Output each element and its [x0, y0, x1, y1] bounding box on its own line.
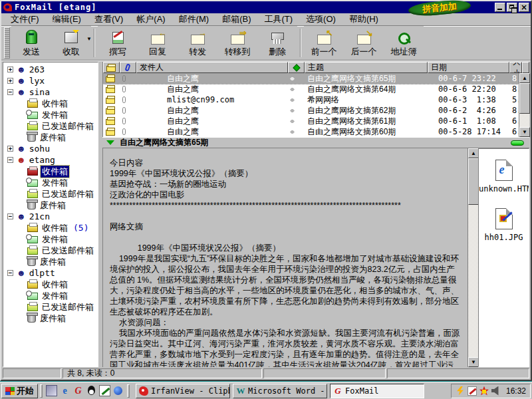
sidebar-item-收件箱[interactable]: 收件箱 [3, 279, 98, 290]
toolbar-move-to-button[interactable]: 转移到 [217, 26, 257, 60]
menu-item[interactable]: 文件(F) [4, 13, 46, 26]
sidebar-item-发件箱[interactable]: 发件箱 [3, 109, 98, 120]
menu-item[interactable]: 邮箱(B) [215, 13, 257, 26]
sidebar-account-lyx[interactable]: +☻lyx [3, 75, 98, 86]
menu-item[interactable]: 工具(T) [257, 13, 299, 26]
mail-row[interactable]: 自由之鹰自由之鹰网络文摘第61期00-6-1 1:086. [103, 116, 519, 126]
compose-ql-icon[interactable] [99, 385, 110, 396]
sidebar-item-废件箱[interactable]: 废件箱 [3, 313, 98, 324]
scroll-thumb[interactable] [519, 83, 530, 114]
sidebar-account-etang[interactable]: −☻etang [3, 154, 98, 166]
scroll-up-button[interactable]: ▲ [519, 73, 530, 83]
tree-expander[interactable]: − [7, 270, 13, 276]
minimize-button[interactable] [495, 3, 505, 12]
scroll-track[interactable] [468, 205, 478, 357]
toolbar-compose-button[interactable]: 撰写 [98, 26, 138, 60]
scroll-down-button[interactable]: ▼ [519, 127, 530, 137]
scroll-up-button[interactable]: ▲ [468, 148, 479, 158]
mail-row[interactable]: 自由之鹰自由之鹰网络文摘第60期00-5-28 17:146. [103, 126, 519, 137]
toolbar-receive-button[interactable]: 收取▼ [51, 26, 91, 60]
sidebar-account-21cn[interactable]: −☻21cn [3, 211, 98, 222]
attachment-cell [120, 96, 136, 103]
sidebar-item-收件箱[interactable]: 收件箱 [3, 166, 98, 177]
column-header-attachment[interactable] [120, 62, 136, 73]
ime-pen-icon[interactable] [467, 386, 477, 396]
column-header-size[interactable]: 大小 [509, 62, 522, 73]
sidebar-item-废件箱[interactable]: 废件箱 [3, 132, 98, 143]
ime-star-icon[interactable] [479, 386, 489, 396]
toolbar-reply-button[interactable]: 回复 [138, 26, 178, 60]
task-button-foxmail[interactable]: GFoxMail [330, 384, 424, 398]
toolbar-previous-button[interactable]: 前一个 [304, 26, 344, 60]
launcher-icon[interactable] [46, 385, 57, 396]
restore-button[interactable] [507, 3, 517, 12]
collapse-pill-button[interactable] [511, 140, 524, 146]
sidebar-item-发件箱[interactable]: 发件箱 [3, 233, 98, 245]
menu-item[interactable]: 帐户(A) [130, 13, 172, 26]
speaker-icon[interactable] [491, 386, 501, 396]
task-button-microsoft[interactable]: WMicrosoft Word - ... [233, 384, 327, 398]
sidebar-item-已发送邮件箱[interactable]: 已发送邮件箱 [3, 245, 98, 256]
toolbar-next-button[interactable]: 后一个 [344, 26, 384, 60]
toolbar-address-book-button[interactable]: 地址簿 [384, 26, 424, 60]
sidebar-item-发件箱[interactable]: 发件箱 [3, 290, 98, 301]
toolbar-forward-button[interactable]: 转发 [178, 26, 217, 60]
toolbar-delete-button[interactable]: 删除 [257, 26, 297, 60]
taskbar-grip[interactable] [127, 384, 130, 398]
mail-row[interactable]: 自由之鹰自由之鹰网络文摘第65期00-6-7 23:228. [103, 73, 519, 84]
dropdown-arrow-icon[interactable]: ▼ [86, 36, 92, 42]
menu-item[interactable]: 查看(V) [88, 13, 130, 26]
account-icon: ☻ [17, 144, 26, 153]
menu-item[interactable]: 邮件(M) [172, 13, 216, 26]
task-button-irfanview[interactable]: IrfanView - Clipb... [136, 384, 230, 398]
sidebar-item-发件箱[interactable]: 发件箱 [3, 177, 98, 188]
scroll-thumb[interactable] [468, 158, 479, 205]
toolbar-grip[interactable] [4, 27, 10, 59]
sidebar-item-收件箱[interactable]: 收件箱(5) [3, 222, 98, 233]
sidebar-item-废件箱[interactable]: 废件箱 [3, 256, 98, 267]
toolbar-send-button[interactable]: 发送 [11, 26, 51, 60]
start-button[interactable]: 开始 [1, 384, 38, 398]
sidebar-item-已发送邮件箱[interactable]: 已发送邮件箱 [3, 120, 98, 132]
outbox-icon [27, 293, 38, 300]
column-header-read-status[interactable] [103, 62, 120, 73]
msn-icon[interactable] [112, 385, 124, 396]
close-button[interactable]: × [519, 3, 529, 12]
mail-row[interactable]: 自由之鹰自由之鹰网络文摘第62期00-6-2 4:268. [103, 105, 519, 116]
sidebar-account-sohu[interactable]: +☻sohu [3, 143, 98, 154]
attachment-item[interactable]: hh01.JPG [479, 208, 529, 242]
title-bar[interactable]: FoxMail [etang] 拼音加加 × [1, 1, 531, 13]
tree-expander[interactable]: + [7, 146, 13, 152]
mail-list-scrollbar[interactable]: ▲ ▼ [519, 73, 529, 137]
attachment-item[interactable]: unknown.HTM [479, 160, 529, 194]
mail-row[interactable]: mlist@cn99.com希网网络00-6-3 1:385. [103, 94, 519, 105]
tree-expander[interactable]: + [7, 66, 13, 72]
column-header-subject[interactable]: 主题 [305, 62, 428, 73]
tree-expander[interactable]: + [7, 78, 13, 84]
scroll-down-button[interactable]: ▼ [468, 357, 479, 367]
qq-icon[interactable] [86, 385, 97, 396]
column-header-priority[interactable] [288, 62, 305, 73]
tree-expander[interactable]: − [7, 213, 13, 219]
menu-item[interactable]: 选项(O) [299, 13, 342, 26]
sidebar-item-已发送邮件箱[interactable]: 已发送邮件箱 [3, 188, 98, 200]
tree-expander[interactable]: − [7, 89, 13, 95]
column-header-date[interactable]: 日期 [428, 62, 509, 73]
sidebar-account-dlptt[interactable]: −☻dlptt [3, 267, 98, 279]
foxmail-sm-icon[interactable]: G [72, 385, 84, 396]
sidebar-account-263[interactable]: +☻263 [3, 64, 98, 75]
lightning-icon[interactable] [456, 386, 465, 396]
sidebar-item-已发送邮件箱[interactable]: 已发送邮件箱 [3, 301, 98, 313]
taskbar-grip[interactable] [40, 384, 43, 398]
mail-row[interactable]: 自由之鹰自由之鹰网络文摘第64期00-6-6 22:208. [103, 84, 519, 94]
sidebar-item-废件箱[interactable]: 废件箱 [3, 200, 98, 211]
ie-icon[interactable]: e [59, 385, 70, 396]
preview-scrollbar[interactable]: ▲ ▼ [467, 148, 478, 367]
sidebar-account-sina[interactable]: −☻sina [3, 86, 98, 98]
sidebar-item-收件箱[interactable]: 收件箱 [3, 98, 98, 109]
scroll-track[interactable] [519, 114, 529, 127]
menu-item[interactable]: 帮助(H) [342, 13, 385, 26]
menu-item[interactable]: 编辑(E) [46, 13, 88, 26]
tree-expander[interactable]: − [7, 157, 13, 163]
column-header-sender[interactable]: 发件人 [136, 62, 288, 73]
